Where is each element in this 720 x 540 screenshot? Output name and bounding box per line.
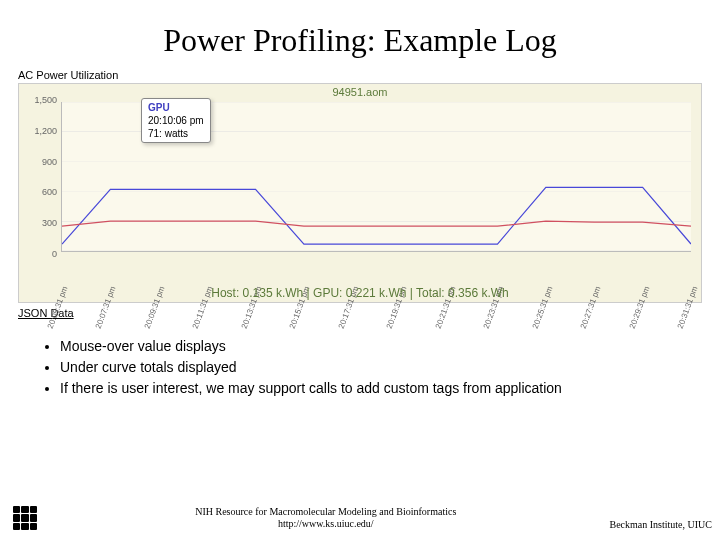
list-item: Under curve totals displayed [60,358,680,377]
power-chart: 94951.aom 03006009001,2001,500 GPU 20:10… [18,83,702,303]
chart-plot-area: GPU 20:10:06 pm 71: watts [61,102,691,252]
chart-footer-totals: Host: 0.135 k.Wh | GPU: 0.221 k.Wh | Tot… [19,286,701,302]
tooltip-value: 71: watts [148,127,204,140]
json-data-link[interactable]: JSON Data [18,307,74,319]
list-item: Mouse-over value displays [60,337,680,356]
logo-icon [13,506,37,530]
footer-center-text: NIH Resource for Macromolecular Modeling… [42,506,610,530]
slide-title: Power Profiling: Example Log [0,22,720,59]
footer-url: http://www.ks.uiuc.edu/ [42,518,610,530]
y-axis: 03006009001,2001,500 [19,100,59,254]
slide-footer: NIH Resource for Macromolecular Modeling… [0,506,720,530]
chart-title: 94951.aom [19,84,701,98]
chart-tooltip: GPU 20:10:06 pm 71: watts [141,98,211,143]
tooltip-series: GPU [148,101,204,114]
footer-org: NIH Resource for Macromolecular Modeling… [42,506,610,518]
list-item: If there is user interest, we may suppor… [60,379,680,398]
tooltip-time: 20:10:06 pm [148,114,204,127]
bullet-list: Mouse-over value displays Under curve to… [60,337,680,398]
ncsa-logo [8,506,42,530]
footer-institute: Beckman Institute, UIUC [610,519,712,530]
chart-section-label: AC Power Utilization [18,69,720,81]
